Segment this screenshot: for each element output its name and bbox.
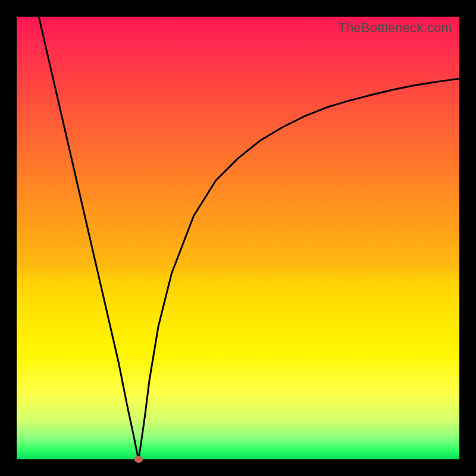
plot-area: TheBottleneck.com (17, 17, 459, 459)
minimum-marker (134, 456, 143, 463)
chart-frame: TheBottleneck.com (0, 0, 476, 476)
bottleneck-curve (17, 17, 459, 459)
curve-path (39, 17, 459, 459)
